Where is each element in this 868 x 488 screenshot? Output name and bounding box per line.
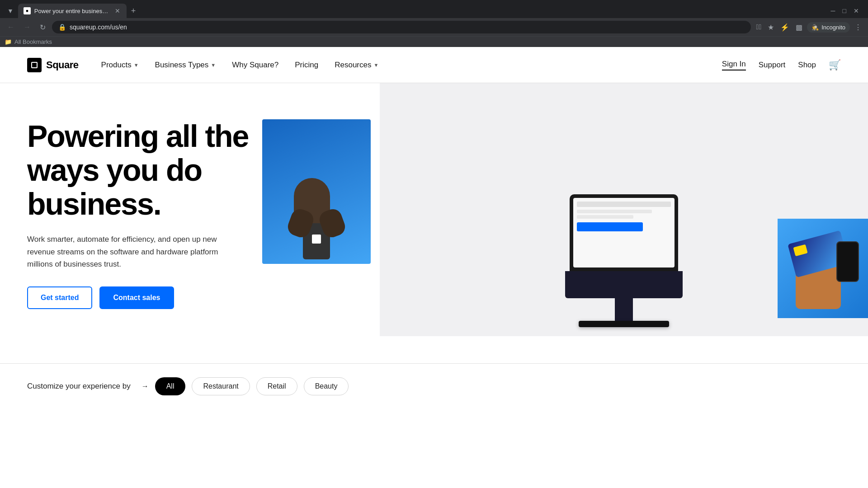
lock-icon: 🔒 bbox=[58, 23, 66, 31]
back-button[interactable]: ← bbox=[5, 21, 17, 33]
incognito-indicator: 🕵 Incognito bbox=[807, 22, 850, 33]
cast-icon[interactable]: ▩ bbox=[794, 21, 804, 33]
nav-resources-label: Resources bbox=[335, 61, 371, 70]
filter-all-button[interactable]: All bbox=[155, 377, 186, 395]
hero-title: Powering all the ways you do business. bbox=[27, 119, 262, 221]
nav-links: Products ▼ Business Types ▼ Why Square? … bbox=[101, 57, 722, 73]
filter-arrow-icon: → bbox=[142, 382, 149, 390]
browser-toolbar: ← → ↻ 🔒 squareup.com/us/en 👁̸ ★ ⚡ ▩ 🕵 In… bbox=[0, 18, 868, 36]
folder-icon: 📁 bbox=[5, 38, 12, 45]
tab-close-button[interactable]: ✕ bbox=[114, 6, 121, 15]
filter-label: Customize your experience by bbox=[27, 382, 131, 391]
contact-sales-button[interactable]: Contact sales bbox=[99, 286, 174, 309]
support-link[interactable]: Support bbox=[759, 61, 786, 70]
tab-title: Power your entire business | Sq bbox=[34, 8, 110, 14]
bookmark-icon[interactable]: ★ bbox=[766, 21, 776, 33]
logo-text: Square bbox=[46, 59, 79, 71]
nav-business-types-label: Business Types bbox=[155, 61, 209, 70]
window-controls: ─ □ ✕ bbox=[831, 7, 863, 14]
tab-bar: ▼ ■ Power your entire business | Sq ✕ + … bbox=[0, 0, 868, 18]
nav-pricing[interactable]: Pricing bbox=[295, 57, 318, 73]
hero-buttons: Get started Contact sales bbox=[27, 286, 262, 309]
tab-scroll-left[interactable]: ▼ bbox=[5, 5, 16, 16]
square-logo-shape bbox=[31, 62, 38, 68]
filter-bar: Customize your experience by → All Resta… bbox=[0, 363, 868, 409]
nav-why-square[interactable]: Why Square? bbox=[232, 57, 278, 73]
url-text: squareup.com/us/en bbox=[70, 23, 745, 31]
nav-why-square-label: Why Square? bbox=[232, 61, 278, 70]
nav-products[interactable]: Products ▼ bbox=[101, 57, 139, 73]
incognito-icon: 🕵 bbox=[811, 24, 819, 31]
maximize-button[interactable]: □ bbox=[843, 7, 846, 14]
new-tab-button[interactable]: + bbox=[128, 5, 139, 17]
nav-pricing-label: Pricing bbox=[295, 61, 318, 70]
site-nav: Square Products ▼ Business Types ▼ Why S… bbox=[0, 47, 868, 83]
chevron-down-icon: ▼ bbox=[373, 62, 378, 68]
bookmarks-label[interactable]: All Bookmarks bbox=[14, 38, 52, 45]
shop-link[interactable]: Shop bbox=[798, 61, 816, 70]
extension-icon[interactable]: ⚡ bbox=[778, 21, 791, 33]
filter-beauty-button[interactable]: Beauty bbox=[304, 377, 349, 395]
reload-button[interactable]: ↻ bbox=[37, 21, 48, 33]
address-bar[interactable]: 🔒 squareup.com/us/en bbox=[52, 21, 751, 33]
chevron-down-icon: ▼ bbox=[211, 62, 216, 68]
menu-icon[interactable]: ⋮ bbox=[853, 21, 863, 33]
website-content: Square Products ▼ Business Types ▼ Why S… bbox=[0, 47, 868, 409]
sign-in-link[interactable]: Sign In bbox=[722, 60, 746, 70]
filter-restaurant-button[interactable]: Restaurant bbox=[192, 377, 250, 395]
toolbar-actions: 👁̸ ★ ⚡ ▩ 🕵 Incognito ⋮ bbox=[755, 21, 863, 33]
filter-retail-button[interactable]: Retail bbox=[256, 377, 297, 395]
cart-icon[interactable]: 🛒 bbox=[829, 59, 841, 71]
chevron-down-icon: ▼ bbox=[134, 62, 139, 68]
browser-chrome: ▼ ■ Power your entire business | Sq ✕ + … bbox=[0, 0, 868, 47]
forward-button[interactable]: → bbox=[21, 21, 33, 33]
minimize-button[interactable]: ─ bbox=[831, 7, 835, 14]
logo-icon bbox=[27, 58, 42, 72]
hero-section: Powering all the ways you do business. W… bbox=[0, 83, 868, 336]
bookmarks-bar: 📁 All Bookmarks bbox=[0, 36, 868, 47]
eye-off-icon[interactable]: 👁̸ bbox=[755, 21, 764, 33]
get-started-button[interactable]: Get started bbox=[27, 286, 92, 309]
close-button[interactable]: ✕ bbox=[854, 7, 859, 14]
logo-link[interactable]: Square bbox=[27, 58, 79, 72]
hero-subtitle: Work smarter, automate for efficiency, a… bbox=[27, 233, 222, 270]
nav-resources[interactable]: Resources ▼ bbox=[335, 57, 378, 73]
hero-images bbox=[262, 83, 868, 336]
nav-products-label: Products bbox=[101, 61, 132, 70]
hero-content: Powering all the ways you do business. W… bbox=[27, 110, 262, 309]
incognito-label: Incognito bbox=[821, 24, 845, 31]
nav-business-types[interactable]: Business Types ▼ bbox=[155, 57, 216, 73]
hero-image-reader bbox=[262, 119, 371, 264]
tab-favicon: ■ bbox=[24, 7, 31, 14]
nav-actions: Sign In Support Shop 🛒 bbox=[722, 59, 841, 71]
active-tab[interactable]: ■ Power your entire business | Sq ✕ bbox=[18, 4, 127, 18]
hero-image-card bbox=[778, 219, 868, 318]
